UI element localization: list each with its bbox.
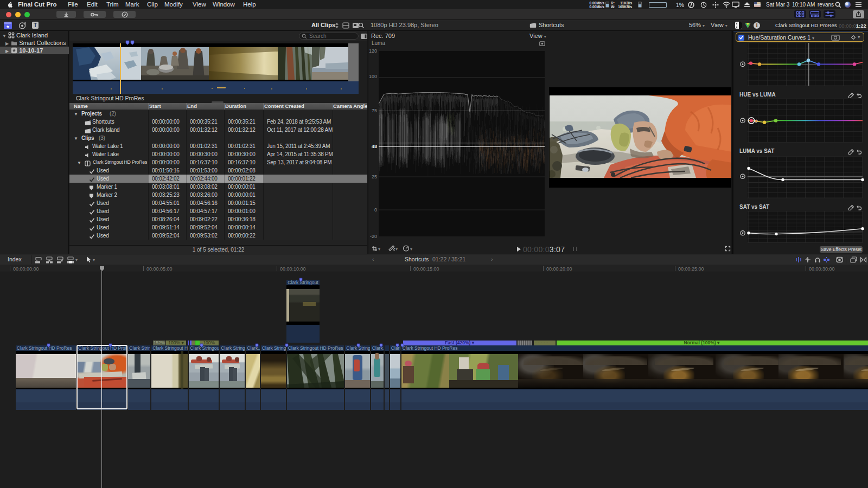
svg-text:SAT vs SAT: SAT vs SAT <box>739 204 769 210</box>
svg-text:LUMA vs SAT: LUMA vs SAT <box>739 148 774 154</box>
svg-text:HUE vs LUMA: HUE vs LUMA <box>739 92 776 98</box>
